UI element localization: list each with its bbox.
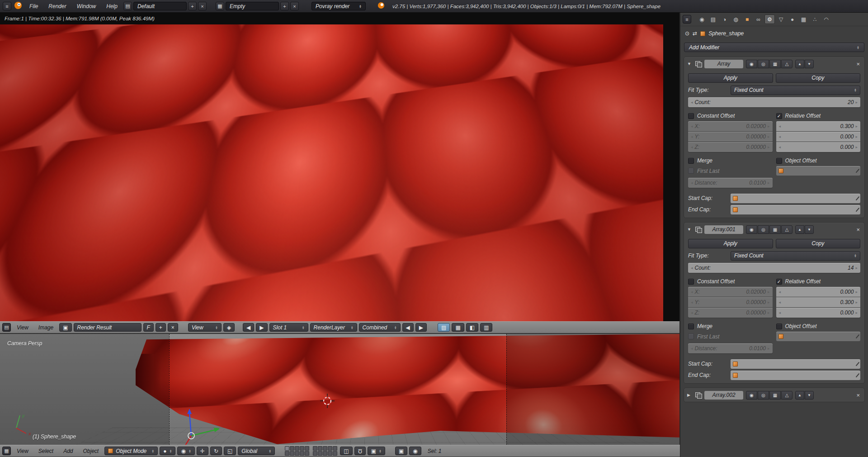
screen-name-field[interactable]: Default bbox=[133, 2, 187, 10]
draw-color-button[interactable]: ▨ bbox=[438, 323, 450, 332]
tab-modifiers[interactable]: ⚙ bbox=[764, 14, 775, 24]
constant-offset-checkbox[interactable]: Constant Offset bbox=[688, 113, 773, 119]
fit-type-dropdown[interactable]: Fixed Count bbox=[731, 251, 860, 261]
layer-prev-button[interactable]: ◀ bbox=[402, 323, 414, 332]
move-modifier-down-button[interactable]: ▼ bbox=[805, 225, 814, 234]
relative-z-field[interactable]: 0.000 bbox=[776, 308, 861, 318]
manipulator-rotate-button[interactable]: ↻ bbox=[210, 447, 222, 455]
cage-toggle[interactable]: △ bbox=[781, 391, 793, 400]
tab-object[interactable]: ■ bbox=[742, 14, 752, 24]
image-menu-view[interactable]: View bbox=[13, 324, 33, 331]
stereo-view-dropdown[interactable]: View bbox=[188, 323, 222, 332]
constant-y-field[interactable]: Y:0.00000 bbox=[688, 132, 773, 142]
view3d-menu-add[interactable]: Add bbox=[59, 448, 77, 454]
move-modifier-up-button[interactable]: ▲ bbox=[795, 225, 804, 234]
menu-file[interactable]: File bbox=[25, 0, 42, 13]
screen-delete-button[interactable]: × bbox=[198, 2, 207, 10]
manipulator-scale-button[interactable]: ◱ bbox=[224, 447, 236, 455]
tab-object-data[interactable]: ▽ bbox=[776, 14, 786, 24]
copy-button[interactable]: Copy bbox=[776, 73, 861, 83]
relative-y-field[interactable]: 0.000 bbox=[776, 132, 861, 142]
merge-checkbox[interactable]: Merge bbox=[688, 323, 773, 329]
relative-offset-checkbox[interactable]: Relative Offset bbox=[776, 278, 861, 285]
lock-to-scene-button[interactable]: ◫ bbox=[340, 447, 352, 455]
delete-modifier-button[interactable]: × bbox=[855, 226, 861, 233]
tab-material[interactable]: ● bbox=[787, 14, 797, 24]
end-cap-field[interactable] bbox=[731, 371, 860, 380]
editor-type-3dview-button[interactable]: ▦ bbox=[2, 447, 11, 455]
offset-object-field[interactable] bbox=[776, 332, 861, 341]
expand-icon[interactable]: ▼ bbox=[687, 227, 693, 232]
constant-x-field[interactable]: X:0.02000 bbox=[688, 287, 773, 297]
move-modifier-down-button[interactable]: ▼ bbox=[805, 60, 814, 68]
apply-button[interactable]: Apply bbox=[688, 73, 773, 83]
tab-world[interactable]: ◍ bbox=[731, 14, 741, 24]
object-offset-checkbox[interactable]: Object Offset bbox=[776, 323, 861, 329]
first-last-checkbox[interactable]: First Last bbox=[688, 333, 773, 340]
view3d-menu-select[interactable]: Select bbox=[34, 448, 57, 454]
menu-help[interactable]: Help bbox=[102, 0, 122, 13]
relative-y-field[interactable]: 0.300 bbox=[776, 297, 861, 307]
pivot-dropdown[interactable]: ◉ bbox=[177, 447, 194, 455]
relative-z-field[interactable]: 0.000 bbox=[776, 142, 861, 152]
merge-distance-field[interactable]: Distance:0.0100 bbox=[688, 178, 773, 188]
eyedropper-icon[interactable] bbox=[856, 334, 860, 339]
editmode-visibility-toggle[interactable]: ▦ bbox=[769, 60, 781, 68]
layers-group-1[interactable] bbox=[285, 446, 309, 456]
manipulator-translate-button[interactable]: ✛ bbox=[197, 447, 208, 455]
count-field[interactable]: Count: 20 bbox=[688, 97, 860, 107]
eyedropper-icon[interactable] bbox=[856, 207, 860, 212]
delete-modifier-button[interactable]: × bbox=[855, 61, 861, 67]
tab-texture[interactable]: ▦ bbox=[798, 14, 809, 24]
translate-manipulator[interactable] bbox=[170, 404, 219, 445]
menu-window[interactable]: Window bbox=[72, 0, 101, 13]
count-field[interactable]: Count: 14 bbox=[688, 263, 860, 273]
orientation-dropdown[interactable]: Global bbox=[238, 447, 275, 455]
render-visibility-toggle[interactable]: ◉ bbox=[746, 391, 757, 400]
layer-next-button[interactable]: ▶ bbox=[415, 323, 427, 332]
fake-user-button[interactable]: F bbox=[143, 323, 154, 332]
expand-icon[interactable]: ▼ bbox=[687, 62, 693, 66]
constant-offset-checkbox[interactable]: Constant Offset bbox=[688, 278, 773, 285]
menu-render[interactable]: Render bbox=[44, 0, 71, 13]
editor-type-properties-button[interactable]: ≡ bbox=[683, 15, 691, 24]
merge-distance-field[interactable]: Distance:0.0100 bbox=[688, 343, 773, 353]
render-visibility-toggle[interactable]: ◉ bbox=[746, 225, 757, 234]
image-menu-image[interactable]: Image bbox=[34, 324, 57, 331]
expand-icon[interactable]: ▶ bbox=[687, 393, 693, 397]
cage-toggle[interactable]: △ bbox=[781, 60, 793, 68]
draw-color-alpha-button[interactable]: ▦ bbox=[452, 323, 464, 332]
render-layer-dropdown[interactable]: RenderLayer bbox=[310, 323, 357, 332]
delete-modifier-button[interactable]: × bbox=[855, 392, 861, 399]
constant-y-field[interactable]: Y:0.00000 bbox=[688, 297, 773, 307]
render-engine-dropdown[interactable]: Povray render bbox=[311, 2, 366, 10]
mode-dropdown[interactable]: Object Mode bbox=[104, 447, 158, 455]
image-pin-button[interactable]: ◈ bbox=[223, 323, 235, 332]
scene-delete-button[interactable]: × bbox=[290, 2, 299, 10]
blender-logo-icon[interactable] bbox=[14, 1, 22, 11]
constant-z-field[interactable]: Z:0.00000 bbox=[688, 308, 773, 318]
offset-object-field[interactable] bbox=[776, 166, 861, 176]
constant-x-field[interactable]: X:0.02000 bbox=[688, 121, 773, 131]
modifier-name-field[interactable]: Array bbox=[704, 60, 743, 68]
viewport-visibility-toggle[interactable]: ◎ bbox=[758, 225, 769, 234]
merge-checkbox[interactable]: Merge bbox=[688, 157, 773, 164]
viewport-visibility-toggle[interactable]: ◎ bbox=[758, 60, 769, 68]
pin-icon[interactable]: ⊙ bbox=[685, 30, 689, 37]
object-offset-checkbox[interactable]: Object Offset bbox=[776, 157, 861, 164]
image-new-button[interactable]: + bbox=[156, 323, 166, 332]
render-pass-dropdown[interactable]: Combined bbox=[359, 323, 401, 332]
editor-type-info-button[interactable]: ≡ bbox=[3, 2, 11, 10]
image-datablock-field[interactable]: Render Result bbox=[74, 323, 142, 332]
apply-button[interactable]: Apply bbox=[688, 239, 773, 248]
draw-alpha-button[interactable]: ◧ bbox=[466, 323, 478, 332]
slot-next-button[interactable]: ▶ bbox=[256, 323, 267, 332]
eyedropper-icon[interactable] bbox=[856, 169, 860, 173]
opengl-render-button[interactable]: ▣ bbox=[395, 447, 407, 455]
viewport-visibility-toggle[interactable]: ◎ bbox=[758, 391, 769, 400]
layers-group-2[interactable] bbox=[313, 446, 337, 456]
snap-element-dropdown[interactable]: ▣ bbox=[368, 447, 385, 455]
editmode-visibility-toggle[interactable]: ▦ bbox=[769, 391, 781, 400]
tab-scene[interactable]: ◑ bbox=[719, 14, 730, 24]
eyedropper-icon[interactable] bbox=[856, 362, 860, 366]
